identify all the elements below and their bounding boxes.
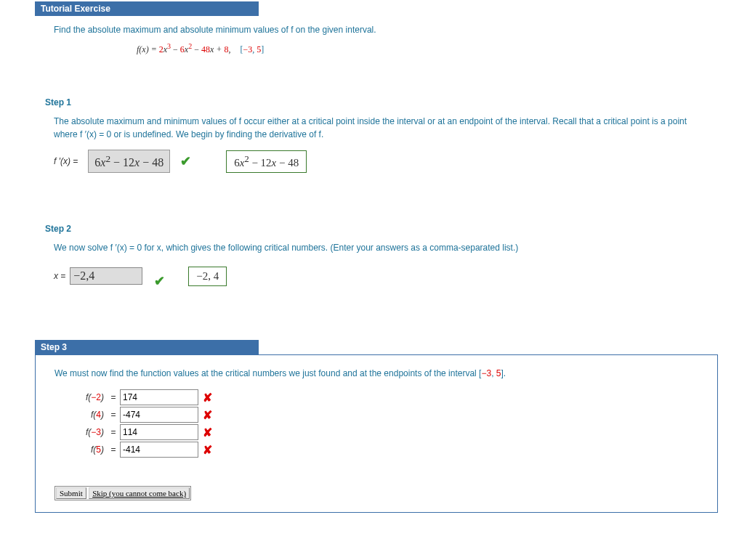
step2-answer-row: x = −2,4 ✔ −2, 4 (54, 263, 747, 289)
step2-correct-answer: −2, 4 (188, 267, 227, 286)
submit-button[interactable]: Submit (56, 487, 86, 499)
table-row: f(4) = ✘ (54, 406, 717, 423)
button-row: Submit Skip (you cannot come back) (54, 486, 191, 500)
given-formula: f(x) = 2x3 − 6x2 − 48x + 8, [−3, 5] (137, 42, 747, 55)
step2-entered-answer: −2,4 (70, 267, 142, 285)
skip-button[interactable]: Skip (you cannot come back) (89, 487, 190, 499)
step2-text: We now solve f ′(x) = 0 for x, which giv… (54, 241, 708, 254)
check-icon: ✔ (180, 153, 191, 169)
table-row: f(−2) = ✘ (54, 389, 717, 406)
check-icon: ✔ (154, 273, 165, 289)
cross-icon: ✘ (203, 426, 212, 439)
value-input[interactable] (120, 424, 198, 440)
step3-text: We must now find the function values at … (54, 367, 708, 380)
step1-entered-answer: 6x2 − 12x − 48 (88, 150, 170, 173)
step1-correct-answer: 6x2 − 12x − 48 (226, 150, 307, 173)
cross-icon: ✘ (203, 443, 212, 457)
step1-text: The absolute maximum and minimum values … (54, 115, 708, 141)
cross-icon: ✘ (203, 408, 212, 422)
step3-panel: We must now find the function values at … (35, 354, 718, 513)
step3-label: Step 3 (35, 340, 259, 354)
value-input[interactable] (120, 407, 198, 423)
step2-label: Step 2 (45, 224, 747, 234)
table-row: f(−3) = ✘ (54, 423, 717, 441)
value-input[interactable] (120, 389, 198, 405)
step3-values: f(−2) = ✘ f(4) = ✘ f(−3) = ✘ f(5) = (54, 389, 717, 458)
table-row: f(5) = ✘ (54, 441, 717, 458)
value-input[interactable] (120, 442, 198, 458)
step1-label: Step 1 (45, 97, 747, 107)
cross-icon: ✘ (203, 391, 212, 405)
prompt-text: Find the absolute maximum and absolute m… (54, 25, 747, 35)
step1-answer-row: f ′(x) = 6x2 − 12x − 48 ✔ 6x2 − 12x − 48 (54, 150, 747, 173)
section-header: Tutorial Exercise (35, 1, 259, 16)
